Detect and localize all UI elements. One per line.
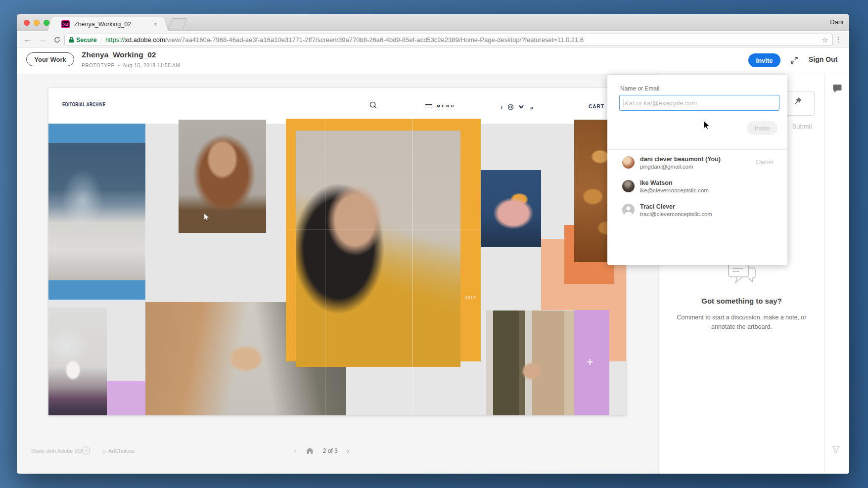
avatar-placeholder [622,204,635,216]
empty-state-body: Comment to start a discussion, make a no… [659,313,824,332]
cart-button[interactable]: CART [589,104,604,109]
menu-button[interactable]: MENU [425,103,456,109]
made-with-label: Made with Adobe XD [31,448,82,454]
close-tab-icon[interactable]: × [153,20,157,28]
your-work-button[interactable]: Your Work [26,52,74,66]
invite-popover: Name or Email Invite dani clever beaumon… [607,75,787,265]
previous-artboard-icon[interactable]: ‹ [294,446,297,456]
layout-guide-vertical-2 [325,119,325,415]
popover-invite-button[interactable]: Invite [747,121,777,135]
address-bar[interactable]: Secure | https://xd.adobe.com/view/7aa41… [64,34,833,46]
avatar [622,180,635,192]
photo-trench-coats [486,311,574,415]
adchoices-link[interactable]: ▷ AdChoices [103,448,135,454]
twitter-icon[interactable] [519,103,525,112]
secure-label: Secure [76,37,97,44]
creative-cloud-icon: ∞ [82,446,90,454]
document-title: Zhenya_Working_02 [82,50,156,59]
url-separator: | [100,36,102,44]
pin-icon[interactable] [793,97,802,106]
forward-icon[interactable]: → [37,34,48,45]
adchoices-icon: ▷ [103,448,108,454]
photo-couple-mustard-shirt [296,131,460,367]
fullscreen-glyph [790,56,798,64]
person-name: dani clever beaumont (You) [640,156,721,163]
zoom-window-button[interactable] [44,20,49,26]
instagram-icon[interactable] [508,103,513,112]
photo-glass-egg-cabbage [48,308,107,415]
back-icon[interactable]: ← [22,34,34,45]
person-role: Owner [756,159,774,166]
url-text: https://xd.adobe.com/view/7aa4160a-7968-… [105,36,822,44]
blue-bar-bottom [48,280,145,300]
menu-label: MENU [437,104,456,108]
tab-title: Zhenya_Working_02 [74,21,131,28]
mouse-cursor [703,120,711,133]
purple-block-left [107,381,145,415]
close-window-button[interactable] [24,20,30,26]
salmon-strip [609,310,626,361]
viewer-header: Your Work Zhenya_Working_02 PROTOTYPE•Au… [17,47,849,74]
bookmark-star-icon[interactable]: ☆ [822,36,828,44]
home-icon[interactable] [306,447,314,455]
person-row: dani clever beaumont (You) pingdani@gmai… [607,155,787,179]
chat-bubbles-icon [727,280,757,288]
page-indicator: 2 of 3 [323,447,338,454]
new-tab-button[interactable] [168,18,187,29]
pinterest-icon[interactable]: p [530,105,533,110]
prototype-logo[interactable]: EDITORIAL ARCHIVE [62,102,106,108]
reload-glyph [53,36,61,44]
browser-toolbar: ← → Secure | https://xd.adobe.com/view/7… [17,32,849,47]
person-name: Traci Clever [640,203,675,210]
browser-menu-icon[interactable]: ⋮ [833,34,843,45]
invite-input-wrap [619,95,779,111]
hamburger-icon [425,103,432,109]
person-email: ike@cleverconceptsllc.com [640,187,709,193]
comments-empty-state: Got something to say? Comment to start a… [659,262,824,332]
person-row: Traci Clever traci@cleverconceptsllc.com [607,203,787,226]
photo-pink-drape-still-life [481,170,541,247]
empty-state-title: Got something to say? [659,297,824,305]
layout-guide-vertical [412,119,412,415]
prototype-label: PROTOTYPE [82,63,115,68]
url-domain: xd.adobe.com [125,36,165,44]
artboard-pager: ‹ 2 of 3 › [294,446,393,456]
fullscreen-icon[interactable] [790,56,798,64]
person-email: traci@cleverconceptsllc.com [640,211,712,217]
url-path: /view/7aa4160a-7968-46ad-ae3f-a16a10e317… [165,36,584,44]
name-or-email-label: Name or Email [620,85,659,92]
hotspot-cursor-icon [204,213,210,223]
layout-guide-horizontal [286,229,481,229]
secure-lock-icon [69,37,74,43]
popover-divider [607,149,787,150]
minimize-window-button[interactable] [34,20,40,26]
avatar [622,156,635,169]
next-artboard-icon[interactable]: › [347,446,350,456]
blue-bar-top [48,124,145,143]
person-name: Ike Watson [640,179,673,186]
viewer-footer: Made with Adobe XD ∞ ▷ AdChoices ‹ 2 of … [17,445,626,460]
comments-toggle-icon[interactable] [833,84,842,94]
invite-email-input[interactable] [619,95,779,111]
filter-icon[interactable] [832,446,840,455]
url-scheme: https:// [105,36,125,44]
submit-comment-button[interactable]: Submit [792,123,812,130]
browser-tab[interactable]: Xd Zhenya_Working_02 × [54,17,161,32]
sign-out-button[interactable]: Sign Out [809,55,837,63]
invite-button[interactable]: Invite [748,53,780,67]
year-caption: 2014 [465,296,476,299]
social-icons: f p [501,103,533,112]
prototype-artboard[interactable]: EDITORIAL ARCHIVE MENU f p CART [48,88,626,415]
search-icon[interactable] [369,101,377,111]
photo-flask-still-life [48,143,145,280]
browser-profile-name[interactable]: Dani [830,18,843,26]
person-email: pingdani@gmail.com [640,164,693,170]
comments-rail [824,74,849,474]
plus-button[interactable]: + [587,356,593,367]
viewer-main: EDITORIAL ARCHIVE MENU f p CART [17,74,849,474]
desktop-background: Xd Zhenya_Working_02 × Dani ← → [0,0,868,488]
facebook-icon[interactable]: f [501,105,503,110]
text-caret [624,99,624,107]
xd-favicon: Xd [61,20,70,28]
reload-icon[interactable] [51,34,63,45]
